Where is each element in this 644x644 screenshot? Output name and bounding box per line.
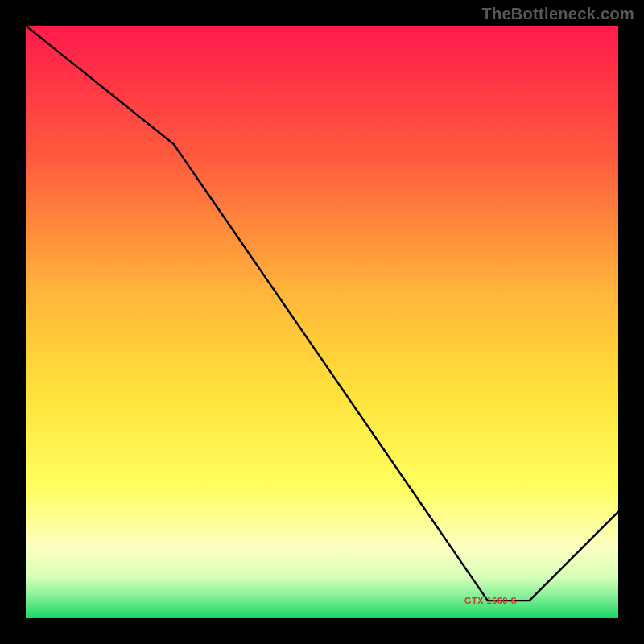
gradient-background [26, 26, 618, 618]
marker-label: GTX 1660 S [464, 596, 517, 605]
chart-frame: TheBottleneck.com GTX 1 [0, 0, 644, 644]
watermark-text: TheBottleneck.com [481, 5, 634, 23]
plot-area: GTX 1660 S [24, 24, 620, 620]
plot-svg: GTX 1660 S [26, 26, 618, 618]
